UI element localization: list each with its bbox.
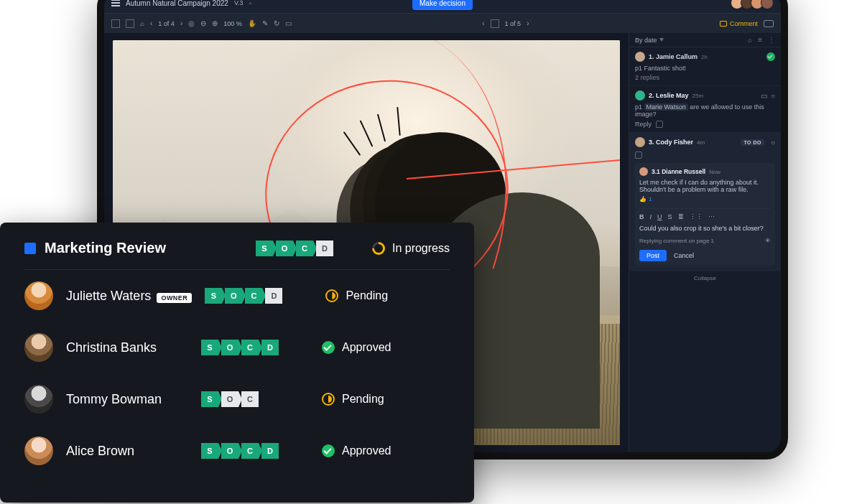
strike-icon[interactable]: S [668, 213, 672, 220]
bullets-icon[interactable]: ⋮⋮ [690, 213, 703, 220]
reviewer-name: Juliette WatersOWNER [66, 289, 192, 304]
thumbnails-icon[interactable] [126, 19, 134, 28]
comment-item[interactable]: 2. Leslie May 25m ▭ ○ p1 Marie Watson ar… [629, 86, 781, 133]
filter-icon[interactable]: ≡ [758, 36, 762, 44]
reviewer-row: Christina Banks S O C D Approved [24, 322, 450, 373]
status-label: Pending [342, 393, 384, 406]
avatar [24, 281, 53, 310]
comment-body: p1 Marie Watson are we allowed to use th… [635, 103, 775, 118]
reviewer-row: Tommy Bowman S O C Pending [24, 373, 450, 425]
status-label: Approved [342, 341, 391, 354]
collaborator-avatars[interactable] [733, 0, 774, 9]
review-panel: Marketing Review S O C D In progress Jul… [0, 223, 474, 503]
comment-item[interactable]: 1. Jamie Callum 2h p1 Fantastic shot! 2 … [629, 47, 781, 86]
stage-indicator: S O C D [201, 340, 295, 355]
collapse-button[interactable]: Collapse [629, 271, 781, 285]
status-label: Approved [342, 444, 391, 457]
mention[interactable]: Marie Watson [644, 103, 688, 111]
menu-icon[interactable] [111, 0, 120, 6]
page-indicator: 1 of 4 [158, 20, 175, 27]
resolved-check-icon[interactable] [766, 52, 775, 61]
review-square-icon [24, 243, 36, 254]
search-icon[interactable]: ⌕ [748, 36, 752, 44]
avatar [635, 90, 645, 101]
thumb-up-icon[interactable] [635, 151, 642, 159]
sort-control[interactable]: By date [635, 37, 664, 44]
stage-o: O [276, 241, 293, 256]
reply-body: Let me check if I can do anything about … [639, 179, 771, 193]
annotate-icon[interactable]: ✎ [262, 19, 268, 27]
timestamp: 25m [692, 93, 704, 99]
make-decision-button[interactable]: Make decision [412, 0, 473, 10]
replies-count[interactable]: 2 replies [635, 74, 775, 81]
stage-s: S [256, 241, 273, 256]
reply-button[interactable]: Reply [635, 121, 652, 128]
rotate-icon[interactable]: ↻ [274, 19, 279, 27]
comment-body: p1 Fantastic shot! [635, 65, 775, 72]
editor-toolbar: B I U S ≣ ⋮⋮ ⋯ [639, 208, 771, 220]
search-icon[interactable]: ⌕ [140, 19, 144, 27]
prev-slide-icon[interactable]: ‹ [482, 19, 484, 27]
like-button[interactable]: 👍 1 [639, 196, 771, 202]
avatar[interactable] [761, 0, 774, 9]
status-icon[interactable]: ○ [771, 92, 775, 100]
pending-icon [325, 289, 338, 302]
reviewer-name: Christina Banks [66, 340, 188, 355]
underline-icon[interactable]: U [657, 213, 662, 220]
status-icon[interactable]: ○ [771, 139, 775, 146]
book-icon[interactable]: ▫ [249, 0, 252, 7]
thumb-up-icon[interactable] [656, 121, 663, 128]
stage-indicator: S O C [201, 391, 295, 407]
chevron-down-icon [659, 38, 664, 42]
version-label[interactable]: V.3 [234, 0, 244, 6]
zoom-out-icon[interactable]: ⊖ [200, 19, 206, 27]
comment-item-active[interactable]: 3. Cody Fisher 4m TO DO ○ 3.1 Dianne Rus… [629, 133, 781, 271]
grid-icon[interactable] [111, 19, 120, 28]
avatar [635, 52, 645, 62]
reviewer-row: Alice Brown S O C D Approved [24, 425, 450, 477]
owner-badge: OWNER [157, 293, 192, 303]
reviewer-name: Tommy Bowman [66, 392, 188, 407]
comments-header: By date ⌕ ≡ ⋮ [629, 33, 781, 47]
hand-icon[interactable]: ✋ [248, 19, 256, 27]
post-button[interactable]: Post [639, 250, 667, 261]
pending-icon [322, 393, 335, 406]
review-title: Marketing Review [45, 240, 166, 256]
reply-draft-input[interactable]: Could you also crop it so she's a bit cl… [639, 225, 771, 232]
zoom-in-icon[interactable]: ⊕ [212, 19, 218, 27]
add-comment-button[interactable]: Comment [720, 20, 758, 27]
bold-icon[interactable]: B [639, 213, 644, 220]
approved-icon [322, 341, 335, 354]
avatar [24, 437, 53, 465]
thumb-up-icon: 👍 [639, 196, 646, 202]
target-icon[interactable]: ◎ [188, 19, 195, 27]
reviewer-name: Alice Brown [66, 444, 188, 459]
toolbar: ⌕ ‹ 1 of 4 › ◎ ⊖ ⊕ 100 % ✋ ✎ ↻ ▭ ‹ 1 of … [104, 13, 781, 33]
cancel-button[interactable]: Cancel [674, 252, 694, 259]
next-slide-icon[interactable]: › [527, 19, 529, 27]
review-header-row: Marketing Review S O C D In progress [24, 240, 450, 270]
more-icon[interactable]: ⋯ [708, 213, 715, 220]
zoom-level[interactable]: 100 % [223, 20, 242, 27]
status-badge[interactable]: TO DO [741, 139, 764, 146]
more-icon[interactable]: ⋮ [768, 36, 775, 44]
reviewer-row: Juliette WatersOWNER S O C D Pending [24, 270, 450, 322]
progress-icon [372, 242, 385, 255]
timestamp: Now [709, 169, 720, 175]
document-title: Autumn Natural Campaign 2022 [126, 0, 228, 7]
comment-label: Comment [730, 20, 758, 27]
comments-panel-icon[interactable] [764, 20, 774, 27]
attachment-icon[interactable]: ▭ [761, 92, 767, 100]
visibility-icon[interactable]: 👁 [765, 238, 771, 244]
next-page-icon[interactable]: › [180, 19, 182, 27]
timestamp: 4m [697, 139, 705, 146]
approved-icon [322, 444, 335, 457]
topbar: Autumn Natural Campaign 2022 V.3 ▫ Make … [104, 0, 781, 13]
italic-icon[interactable]: I [650, 213, 652, 220]
status-label: Pending [346, 289, 388, 302]
stage-indicator: S O C D [201, 443, 295, 459]
list-icon[interactable]: ≣ [678, 213, 684, 220]
prev-page-icon[interactable]: ‹ [150, 19, 152, 27]
timestamp: 2h [701, 54, 708, 60]
compare-icon[interactable]: ▭ [285, 19, 292, 27]
